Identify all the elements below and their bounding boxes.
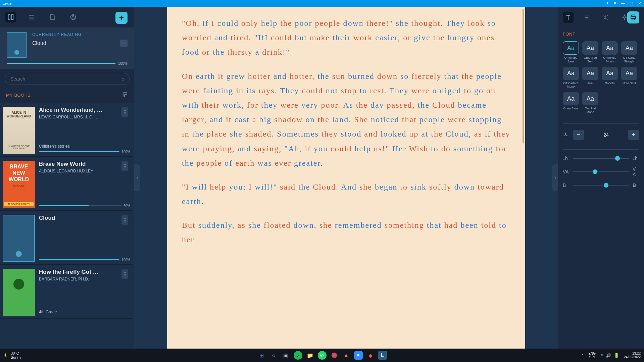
book-title: Alice in Wonderland, …: [39, 107, 113, 113]
currently-reading-label: CURRENTLY READING: [32, 32, 128, 37]
font-swatch[interactable]: Aa: [563, 67, 579, 80]
spotify-icon[interactable]: ♪: [294, 351, 302, 360]
reader-paragraph: "I will help you; I will!" said the Clou…: [182, 180, 510, 209]
vlc-icon[interactable]: ▲: [342, 351, 351, 360]
line-height-slider[interactable]: [573, 158, 629, 159]
my-books-heading: MY BOOKS: [6, 93, 31, 98]
reader-scrollbar[interactable]: [523, 9, 524, 143]
temperature: 30°C: [11, 351, 21, 355]
font-swatch[interactable]: Aa: [582, 92, 598, 105]
book-menu-button[interactable]: [121, 161, 128, 171]
font-option[interactable]: AaOT Carta Straight: [621, 41, 637, 63]
typography-tab-icon[interactable]: T: [563, 12, 574, 23]
font-option[interactable]: AaOmoType Sans: [563, 41, 579, 63]
open-current-book-icon[interactable]: ›: [120, 40, 128, 47]
print-button[interactable]: [627, 11, 639, 23]
tray-expand-icon[interactable]: ^: [582, 353, 584, 357]
line-height-min-icon: ↕h: [563, 156, 569, 161]
font-swatch[interactable]: Aa: [563, 92, 579, 105]
menu-icon[interactable]: ≡: [614, 1, 616, 6]
font-option[interactable]: AaRoboto: [602, 67, 618, 89]
search-input[interactable]: [5, 73, 130, 85]
close-icon[interactable]: ✕: [638, 1, 641, 6]
prev-page-button[interactable]: ‹: [134, 164, 140, 191]
filter-icon[interactable]: [121, 91, 128, 99]
minimize-icon[interactable]: —: [621, 1, 625, 6]
font-swatch[interactable]: Aa: [602, 67, 618, 80]
font-option[interactable]: AaOpen Sans: [563, 92, 579, 114]
font-option[interactable]: AaOmoType Serif: [582, 41, 598, 63]
font-swatch[interactable]: Aa: [602, 41, 618, 55]
font-swatch[interactable]: Aa: [621, 67, 637, 80]
book-cover: ALICE IN WONDERLAND IN WORDS OF ONE SYLL…: [3, 107, 35, 154]
font-heading: FONT: [563, 32, 639, 37]
taskbar: ☀ 30°C Sunny ⊞ ⌕ ▣ ♪ 📁 ✆ ▲ ■ ◆ L ^ ENG S…: [0, 349, 644, 362]
wifi-icon[interactable]: ⌔: [600, 353, 603, 358]
library-tab-icon[interactable]: [5, 12, 16, 22]
clock[interactable]: 13:22 24/06/2022: [624, 352, 641, 359]
book-menu-button[interactable]: [121, 269, 128, 279]
next-page-button[interactable]: ›: [552, 164, 558, 191]
maximize-icon[interactable]: ▢: [630, 1, 633, 6]
book-cover: [3, 269, 35, 316]
font-label: Red Hat Mono: [582, 107, 598, 114]
font-label: OT Carta Straight: [621, 56, 637, 63]
file-explorer-icon[interactable]: 📁: [306, 351, 314, 360]
bookmarks-tab-icon[interactable]: [26, 12, 37, 22]
book-item[interactable]: Cloud 100%: [0, 211, 133, 265]
zoom-icon[interactable]: ■: [354, 351, 363, 360]
svg-point-2: [123, 92, 124, 93]
book-item[interactable]: BRAVE NEW WORLD A NOVEL ALDOUS HUXLEY Br…: [0, 157, 133, 211]
search-icon[interactable]: ⌕: [121, 76, 125, 82]
book-tag: Children's stories: [39, 144, 130, 149]
boldness-slider[interactable]: [573, 185, 629, 186]
weather-widget[interactable]: ☀ 30°C Sunny: [3, 351, 21, 359]
book-title: Brave New World: [39, 161, 113, 167]
book-item[interactable]: ALICE IN WONDERLAND IN WORDS OF ONE SYLL…: [0, 103, 133, 157]
currently-reading-section[interactable]: CURRENTLY READING Cloud ›: [0, 28, 134, 61]
book-menu-button[interactable]: [121, 215, 128, 225]
taskbar-search-icon[interactable]: ⌕: [269, 351, 278, 360]
start-button[interactable]: ⊞: [257, 351, 266, 360]
add-book-button[interactable]: +: [115, 12, 128, 24]
profile-tab-icon[interactable]: [68, 12, 79, 22]
language-indicator[interactable]: ENG SRL: [588, 352, 596, 359]
font-swatch[interactable]: Aa: [582, 41, 598, 55]
task-view-icon[interactable]: ▣: [282, 351, 290, 360]
font-size-increase-button[interactable]: +: [628, 130, 639, 140]
font-option[interactable]: AaOT Carta S Mono: [563, 67, 579, 89]
volume-icon[interactable]: 🔊: [606, 353, 611, 358]
font-option[interactable]: AaArial: [582, 67, 598, 89]
font-swatch[interactable]: Aa: [621, 41, 637, 55]
current-book-progress-text: 100%: [118, 61, 128, 65]
book-author: LEWIS CARROLL, MRS. J. C. …: [39, 115, 113, 119]
reader-paragraph: But suddenly, as she floated down, she r…: [182, 218, 510, 247]
font-swatch[interactable]: Aa: [563, 41, 579, 55]
documents-tab-icon[interactable]: [47, 12, 58, 22]
layout-tab-icon[interactable]: [582, 12, 592, 23]
font-label: Roboto: [605, 82, 614, 85]
app-title: Lexie: [3, 1, 11, 5]
divider: [563, 123, 639, 124]
extension-icon[interactable]: ✦: [606, 1, 609, 6]
lexie-app-icon[interactable]: L: [378, 351, 387, 360]
text-size-icon: [563, 131, 569, 139]
font-swatch[interactable]: Aa: [582, 67, 598, 80]
font-option[interactable]: AaNoto Serif: [621, 67, 637, 89]
current-book-progress-bar: [7, 63, 115, 64]
book-item[interactable]: How the Firefly Got … BARBARA RADNER, PH…: [0, 265, 133, 319]
settings-panel: T FONT AaOmoType SansAaOmoType SerifAaOm…: [558, 7, 644, 349]
font-option[interactable]: AaOmoType Mono: [602, 41, 618, 63]
ruler-tab-icon[interactable]: [600, 12, 611, 23]
book-menu-button[interactable]: [121, 107, 128, 117]
book-cover: [3, 215, 35, 262]
font-label: OmoType Sans: [563, 56, 579, 63]
battery-icon[interactable]: 🔋: [614, 353, 619, 358]
font-size-decrease-button[interactable]: −: [573, 130, 584, 140]
brave-icon[interactable]: ◆: [366, 351, 375, 360]
letter-spacing-slider[interactable]: [573, 171, 629, 172]
book-progress-bar: [39, 205, 121, 206]
whatsapp-icon[interactable]: ✆: [318, 351, 327, 360]
chrome-icon[interactable]: [330, 351, 339, 360]
font-option[interactable]: AaRed Hat Mono: [582, 92, 598, 114]
